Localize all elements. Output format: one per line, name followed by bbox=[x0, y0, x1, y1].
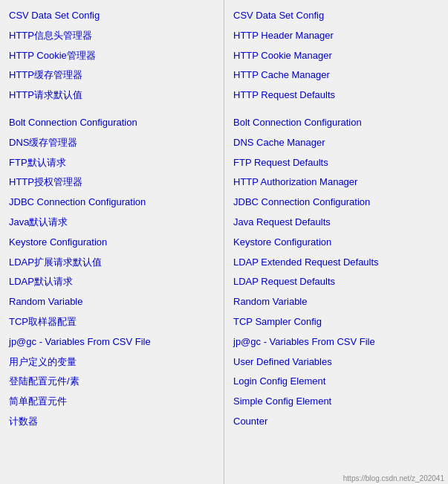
group-separator bbox=[0, 106, 224, 113]
list-item[interactable]: LDAP Request Defaults bbox=[224, 272, 448, 292]
list-item[interactable]: HTTP Request Defaults bbox=[224, 85, 448, 106]
list-item[interactable]: 简单配置元件 bbox=[0, 392, 224, 412]
list-item[interactable]: HTTP缓存管理器 bbox=[0, 65, 224, 85]
list-item[interactable]: Login Config Element bbox=[224, 372, 448, 392]
list-item[interactable]: Random Variable bbox=[0, 292, 224, 312]
list-item[interactable]: 登陆配置元件/素 bbox=[0, 372, 224, 392]
list-item[interactable]: HTTP授权管理器 bbox=[0, 172, 224, 193]
list-item[interactable]: FTP Request Defaults bbox=[224, 153, 448, 173]
main-container: CSV Data Set ConfigHTTP信息头管理器HTTP Cookie… bbox=[0, 0, 448, 484]
list-item[interactable]: TCP取样器配置 bbox=[0, 312, 224, 332]
list-item[interactable]: JDBC Connection Configuration bbox=[0, 193, 224, 213]
group-separator bbox=[224, 106, 448, 113]
list-item[interactable]: jp@gc - Variables From CSV File bbox=[0, 332, 224, 352]
list-item[interactable]: FTP默认请求 bbox=[0, 153, 224, 173]
list-item[interactable]: Java Request Defaults bbox=[224, 213, 448, 233]
list-item[interactable]: LDAP Extended Request Defaults bbox=[224, 253, 448, 273]
list-item[interactable]: HTTP Cookie管理器 bbox=[0, 46, 224, 66]
list-item[interactable]: CSV Data Set Config bbox=[0, 6, 224, 26]
list-item[interactable]: HTTP Authorization Manager bbox=[224, 172, 448, 193]
list-item[interactable]: LDAP默认请求 bbox=[0, 272, 224, 292]
list-item[interactable]: TCP Sampler Config bbox=[224, 312, 448, 332]
list-item[interactable]: Keystore Configuration bbox=[0, 233, 224, 253]
list-item[interactable]: Bolt Connection Configuration bbox=[224, 113, 448, 133]
list-item[interactable]: DNS Cache Manager bbox=[224, 133, 448, 153]
list-item[interactable]: HTTP信息头管理器 bbox=[0, 26, 224, 46]
list-item[interactable]: HTTP Cache Manager bbox=[224, 65, 448, 85]
list-item[interactable]: DNS缓存管理器 bbox=[0, 133, 224, 153]
column-left: CSV Data Set ConfigHTTP信息头管理器HTTP Cookie… bbox=[0, 0, 224, 484]
list-item[interactable]: JDBC Connection Configuration bbox=[224, 193, 448, 213]
list-item[interactable]: HTTP Cookie Manager bbox=[224, 46, 448, 66]
column-right: CSV Data Set ConfigHTTP Header ManagerHT… bbox=[224, 0, 448, 484]
list-item[interactable]: Keystore Configuration bbox=[224, 233, 448, 253]
list-item[interactable]: 计数器 bbox=[0, 412, 224, 432]
list-item[interactable]: 用户定义的变量 bbox=[0, 352, 224, 372]
list-item[interactable]: LDAP扩展请求默认值 bbox=[0, 253, 224, 273]
list-item[interactable]: User Defined Variables bbox=[224, 352, 448, 372]
list-item[interactable]: Java默认请求 bbox=[0, 213, 224, 233]
list-item[interactable]: CSV Data Set Config bbox=[224, 6, 448, 26]
list-item[interactable]: jp@gc - Variables From CSV File bbox=[224, 332, 448, 352]
list-item[interactable]: Random Variable bbox=[224, 292, 448, 312]
list-item[interactable]: Counter bbox=[224, 412, 448, 432]
list-item[interactable]: HTTP请求默认值 bbox=[0, 85, 224, 106]
list-item[interactable]: Bolt Connection Configuration bbox=[0, 113, 224, 133]
list-item[interactable]: Simple Config Element bbox=[224, 392, 448, 412]
list-item[interactable]: HTTP Header Manager bbox=[224, 26, 448, 46]
